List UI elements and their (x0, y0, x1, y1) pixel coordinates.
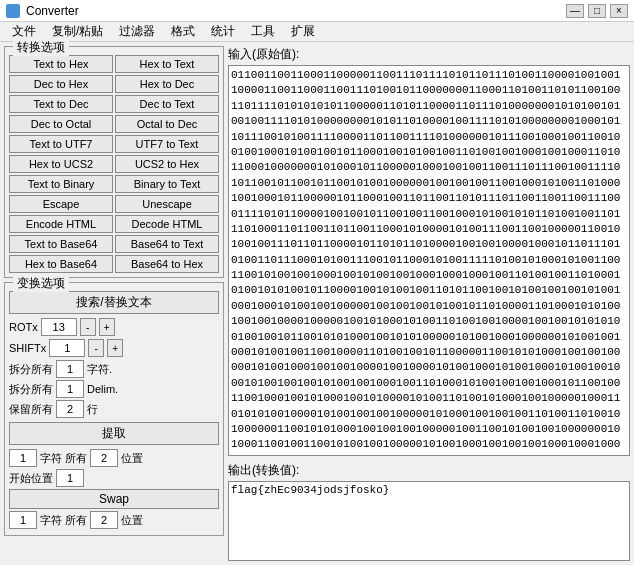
menu-item-过滤器[interactable]: 过滤器 (111, 22, 163, 41)
conversion-buttons-grid: Text to HexHex to TextDec to HexHex to D… (9, 55, 219, 273)
swap-label-1: 字符 所有 (40, 513, 87, 528)
conv-btn-decode-html[interactable]: Decode HTML (115, 215, 219, 233)
split-unit-2: Delim. (87, 383, 118, 395)
split-row-2: 拆分所有 Delim. (9, 380, 219, 398)
split-row-1: 拆分所有 字符. (9, 360, 219, 378)
conv-btn-text-to-base64[interactable]: Text to Base64 (9, 235, 113, 253)
title-bar-controls: — □ × (566, 4, 628, 18)
title-bar-left: Converter (6, 4, 79, 18)
shiftx-minus-button[interactable]: - (88, 339, 104, 357)
rotx-label: ROTx (9, 321, 38, 333)
extract-button[interactable]: 提取 (9, 422, 219, 445)
conv-btn-hex-to-text[interactable]: Hex to Text (115, 55, 219, 73)
startpos-label: 开始位置 (9, 471, 53, 486)
shiftx-row: SHIFTx - + (9, 339, 219, 357)
split-input-2[interactable] (56, 380, 84, 398)
split-label-3: 保留所有 (9, 402, 53, 417)
conversion-group: 转换选项 Text to HexHex to TextDec to HexHex… (4, 46, 224, 278)
conv-btn-hex-to-ucs2[interactable]: Hex to UCS2 (9, 155, 113, 173)
conv-btn-hex-to-dec[interactable]: Hex to Dec (115, 75, 219, 93)
split-unit-3: 行 (87, 402, 98, 417)
conv-btn-hex-to-base64[interactable]: Hex to Base64 (9, 255, 113, 273)
swap-input-1[interactable] (9, 511, 37, 529)
conv-btn-text-to-binary[interactable]: Text to Binary (9, 175, 113, 193)
maximize-button[interactable]: □ (588, 4, 606, 18)
conv-btn-dec-to-octal[interactable]: Dec to Octal (9, 115, 113, 133)
menu-bar: 文件复制/粘贴过滤器格式统计工具扩展 (0, 22, 634, 42)
input-textarea[interactable] (228, 65, 630, 456)
transform-group: 变换选项 搜索/替换文本 ROTx - + SHIFTx - + 拆分所有 字符… (4, 282, 224, 536)
menu-item-统计[interactable]: 统计 (203, 22, 243, 41)
swap-button[interactable]: Swap (9, 489, 219, 509)
menu-item-格式[interactable]: 格式 (163, 22, 203, 41)
extract-input-1[interactable] (9, 449, 37, 467)
output-textarea[interactable] (228, 481, 630, 561)
rotx-input[interactable] (41, 318, 77, 336)
rotx-plus-button[interactable]: + (99, 318, 115, 336)
swap-input-2[interactable] (90, 511, 118, 529)
converter-icon (6, 4, 20, 18)
conversion-group-title: 转换选项 (13, 39, 69, 56)
menu-item-扩展[interactable]: 扩展 (283, 22, 323, 41)
conv-btn-text-to-utf7[interactable]: Text to UTF7 (9, 135, 113, 153)
title-bar-title: Converter (26, 4, 79, 18)
search-replace-button[interactable]: 搜索/替换文本 (9, 291, 219, 314)
conv-btn-text-to-dec[interactable]: Text to Dec (9, 95, 113, 113)
left-panel: 转换选项 Text to HexHex to TextDec to HexHex… (4, 46, 224, 561)
conv-btn-utf7-to-text[interactable]: UTF7 to Text (115, 135, 219, 153)
swap-label-2: 位置 (121, 513, 143, 528)
right-panel: 输入(原始值): 输出(转换值): (228, 46, 630, 561)
rotx-row: ROTx - + (9, 318, 219, 336)
input-label: 输入(原始值): (228, 46, 630, 63)
conv-btn-unescape[interactable]: Unescape (115, 195, 219, 213)
conv-btn-base64-to-text[interactable]: Base64 to Text (115, 235, 219, 253)
conv-btn-dec-to-hex[interactable]: Dec to Hex (9, 75, 113, 93)
conv-btn-escape[interactable]: Escape (9, 195, 113, 213)
extract-row: 字符 所有 位置 (9, 449, 219, 467)
minimize-button[interactable]: — (566, 4, 584, 18)
split-unit-1: 字符. (87, 362, 112, 377)
output-label: 输出(转换值): (228, 462, 630, 479)
close-button[interactable]: × (610, 4, 628, 18)
title-bar: Converter — □ × (0, 0, 634, 22)
split-input-1[interactable] (56, 360, 84, 378)
rotx-minus-button[interactable]: - (80, 318, 96, 336)
main-content: 转换选项 Text to HexHex to TextDec to HexHex… (0, 42, 634, 565)
shiftx-plus-button[interactable]: + (107, 339, 123, 357)
conv-btn-binary-to-text[interactable]: Binary to Text (115, 175, 219, 193)
split-label-2: 拆分所有 (9, 382, 53, 397)
conv-btn-encode-html[interactable]: Encode HTML (9, 215, 113, 233)
split-row-3: 保留所有 行 (9, 400, 219, 418)
extract-label-1: 字符 所有 (40, 451, 87, 466)
output-area-wrapper: 输出(转换值): (228, 460, 630, 561)
shiftx-label: SHIFTx (9, 342, 46, 354)
conv-btn-text-to-hex[interactable]: Text to Hex (9, 55, 113, 73)
conv-btn-dec-to-text[interactable]: Dec to Text (115, 95, 219, 113)
startpos-row: 开始位置 (9, 469, 219, 487)
shiftx-input[interactable] (49, 339, 85, 357)
input-area-wrapper: 输入(原始值): (228, 46, 630, 456)
conv-btn-ucs2-to-hex[interactable]: UCS2 to Hex (115, 155, 219, 173)
extract-label-2: 位置 (121, 451, 143, 466)
extract-input-2[interactable] (90, 449, 118, 467)
conv-btn-octal-to-dec[interactable]: Octal to Dec (115, 115, 219, 133)
menu-item-工具[interactable]: 工具 (243, 22, 283, 41)
conv-btn-base64-to-hex[interactable]: Base64 to Hex (115, 255, 219, 273)
startpos-input[interactable] (56, 469, 84, 487)
split-label-1: 拆分所有 (9, 362, 53, 377)
transform-group-title: 变换选项 (13, 275, 69, 292)
swap-row: 字符 所有 位置 (9, 511, 219, 529)
split-input-3[interactable] (56, 400, 84, 418)
